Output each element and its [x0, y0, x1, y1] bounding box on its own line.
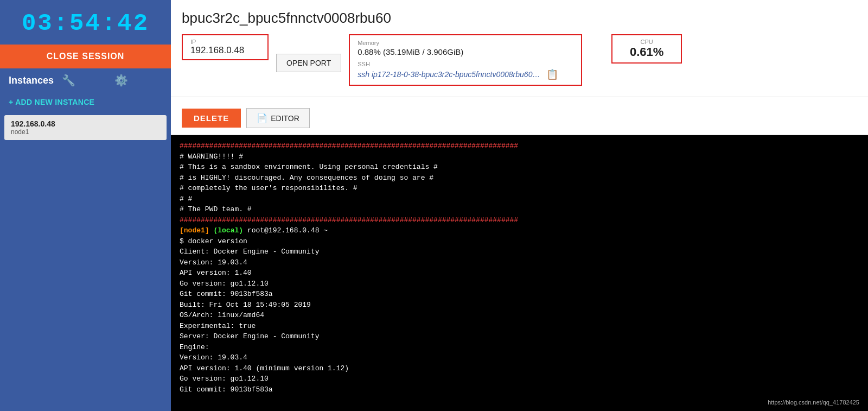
instance-ip: 192.168.0.48	[11, 119, 160, 128]
session-title: bpuc3r2c_bpuc5fnnctv0008rbu60	[182, 10, 857, 27]
instance-item[interactable]: 192.168.0.48 node1	[4, 115, 167, 140]
action-row: DELETE 📄 EDITOR	[171, 103, 868, 135]
gear-icon[interactable]: ⚙️	[114, 74, 162, 87]
ip-box: IP 192.168.0.48	[182, 34, 269, 60]
instance-list: 192.168.0.48 node1	[0, 115, 171, 142]
instances-label: Instances	[9, 75, 56, 86]
copy-icon[interactable]: 📋	[546, 68, 558, 80]
open-port-button[interactable]: OPEN PORT	[276, 54, 341, 72]
instances-header: Instances 🔧 ⚙️	[0, 68, 171, 92]
cpu-box: CPU 0.61%	[611, 34, 682, 64]
cpu-value: 0.61%	[624, 45, 669, 59]
editor-icon: 📄	[257, 113, 267, 123]
add-new-instance-button[interactable]: + ADD NEW INSTANCE	[0, 92, 171, 115]
close-session-button[interactable]: CLOSE SESSION	[0, 45, 171, 68]
ip-value: 192.168.0.48	[190, 45, 260, 56]
ip-label: IP	[190, 39, 260, 45]
delete-button[interactable]: DELETE	[182, 109, 241, 128]
instance-name: node1	[11, 128, 160, 136]
cpu-label: CPU	[624, 39, 669, 45]
timer-display: 03:54:42	[0, 0, 171, 45]
ssh-value: ssh ip172-18-0-38-bpuc3r2c-bpuc5fnnctv00…	[358, 70, 542, 79]
terminal[interactable]: ########################################…	[171, 135, 868, 411]
memory-label: Memory	[358, 40, 573, 46]
memory-value: 0.88% (35.19MiB / 3.906GiB)	[358, 47, 573, 56]
sidebar: 03:54:42 CLOSE SESSION Instances 🔧 ⚙️ + …	[0, 0, 171, 411]
ssh-label: SSH	[358, 61, 573, 67]
editor-button[interactable]: 📄 EDITOR	[246, 108, 310, 128]
editor-label: EDITOR	[271, 114, 299, 123]
ssh-row: ssh ip172-18-0-38-bpuc3r2c-bpuc5fnnctv00…	[358, 68, 573, 80]
wrench-icon[interactable]: 🔧	[62, 74, 110, 87]
info-row: IP 192.168.0.48 OPEN PORT Memory 0.88% (…	[182, 34, 857, 86]
watermark: https://blog.csdn.net/qq_41782425	[764, 398, 863, 407]
main-panel: bpuc3r2c_bpuc5fnnctv0008rbu60 IP 192.168…	[171, 0, 868, 411]
top-panel: bpuc3r2c_bpuc5fnnctv0008rbu60 IP 192.168…	[171, 0, 868, 97]
memory-ssh-box: Memory 0.88% (35.19MiB / 3.906GiB) SSH s…	[349, 34, 582, 86]
